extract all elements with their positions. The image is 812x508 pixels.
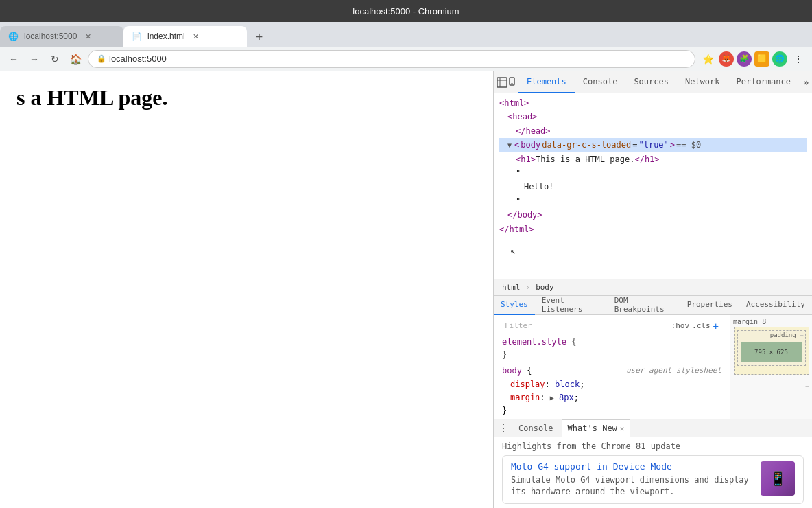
devtools-tab-network[interactable]: Network bbox=[677, 71, 728, 93]
tab-favicon-1: 🌐 bbox=[8, 32, 19, 41]
box-border: padding – 795 × 625 bbox=[737, 330, 806, 366]
cursor-area: ↖ bbox=[494, 239, 812, 273]
triangle-icon: ▼ bbox=[508, 139, 512, 151]
box-margin: border – padding – 795 × 625 bbox=[734, 327, 809, 375]
breadcrumb-bar: html › body bbox=[494, 279, 812, 295]
tree-line-body-close[interactable]: </body> bbox=[499, 208, 807, 222]
device-icon[interactable] bbox=[508, 73, 518, 92]
body-rule-block: body { user agent stylesheet display: bl… bbox=[499, 363, 724, 419]
devtools-tabs: Elements Console Sources Network Perform… bbox=[494, 71, 812, 93]
box-dash-1: – bbox=[806, 376, 809, 383]
html-tree: <html> <head> </head> ▼ <body data-gr-c-… bbox=[494, 93, 812, 239]
whats-new-close-icon[interactable]: ✕ bbox=[620, 424, 625, 433]
browser-viewport: s a HTML page. bbox=[0, 71, 493, 508]
styles-tabs: Styles Event Listeners DOM Breakpoints P… bbox=[494, 296, 812, 315]
update-title[interactable]: Moto G4 support in Device Mode bbox=[511, 461, 752, 472]
style-tab-properties[interactable]: Properties bbox=[680, 296, 739, 315]
tree-line-html-close[interactable]: </html> bbox=[499, 222, 807, 236]
elements-panel: <html> <head> </head> ▼ <body data-gr-c-… bbox=[494, 93, 812, 279]
tab-close-1[interactable]: ✕ bbox=[82, 31, 93, 42]
tree-line-h1[interactable]: <h1>This is a HTML page.</h1> bbox=[499, 152, 807, 166]
cls-button[interactable]: .cls bbox=[692, 321, 710, 330]
refresh-button[interactable]: ↻ bbox=[47, 51, 63, 67]
back-button[interactable]: ← bbox=[5, 51, 22, 67]
address-input[interactable]: 🔒 localhost:5000 bbox=[88, 50, 695, 68]
box-content: 795 × 625 bbox=[741, 342, 802, 362]
tab-index-html[interactable]: 📄 index.html ✕ bbox=[123, 26, 247, 47]
body-selector: body bbox=[502, 366, 522, 376]
highlights-text: Highlights from the Chrome 81 update bbox=[502, 441, 804, 451]
styles-left-panel: Filter :hov .cls + element.style { } bod… bbox=[494, 315, 730, 419]
update-description: Simulate Moto G4 viewport dimensions and… bbox=[511, 474, 752, 498]
update-thumbnail: 📱 bbox=[761, 461, 795, 496]
devtools-panel: Elements Console Sources Network Perform… bbox=[493, 71, 812, 508]
url-text: localhost:5000 bbox=[109, 54, 167, 64]
devtools-tab-performance[interactable]: Performance bbox=[728, 71, 799, 93]
update-card: Moto G4 support in Device Mode Simulate … bbox=[502, 455, 804, 504]
bottom-tabs: ⋮ Console What's New ✕ bbox=[494, 419, 812, 437]
toolbar-icons: ⭐ 🦊 🧩 🟨 🌐 ⋮ bbox=[700, 51, 807, 67]
tab-localhost[interactable]: 🌐 localhost:5000 ✕ bbox=[0, 26, 123, 47]
margin-header: margin 8 bbox=[733, 318, 766, 325]
styles-content: Filter :hov .cls + element.style { } bod… bbox=[494, 315, 812, 419]
tab-bar: 🌐 localhost:5000 ✕ 📄 index.html ✕ + bbox=[0, 22, 812, 47]
tree-line-quote2: " bbox=[499, 194, 807, 208]
tab-title-2: index.html bbox=[147, 32, 185, 41]
filter-label: Filter bbox=[505, 321, 532, 330]
box-model: margin 8 border – padding – 795 × 625 bbox=[730, 315, 812, 419]
tab-close-2[interactable]: ✕ bbox=[191, 31, 202, 42]
tree-line-html[interactable]: <html> bbox=[499, 96, 807, 110]
address-bar: ← → ↻ 🏠 🔒 localhost:5000 ⭐ 🦊 🧩 🟨 🌐 ⋮ bbox=[0, 47, 812, 71]
padding-label: padding – bbox=[770, 332, 804, 338]
styles-filter: Filter :hov .cls + bbox=[499, 318, 724, 334]
style-tab-accessibility[interactable]: Accessibility bbox=[739, 296, 812, 315]
display-prop: display bbox=[510, 380, 545, 389]
devtools-tab-elements[interactable]: Elements bbox=[518, 71, 575, 93]
style-tab-dom-breakpoints[interactable]: DOM Breakpoints bbox=[608, 296, 680, 315]
lock-icon: 🔒 bbox=[97, 54, 106, 63]
styles-panel: Styles Event Listeners DOM Breakpoints P… bbox=[494, 295, 812, 419]
box-dash-2: – bbox=[806, 383, 809, 390]
tree-line-quote1: " bbox=[499, 166, 807, 180]
devtools-tab-console[interactable]: Console bbox=[575, 71, 626, 93]
window-title: localhost:5000 - Chromium bbox=[353, 6, 459, 16]
new-tab-button[interactable]: + bbox=[250, 27, 269, 47]
devtools-tab-sources[interactable]: Sources bbox=[625, 71, 677, 93]
breadcrumb-body[interactable]: body bbox=[533, 279, 557, 295]
hov-button[interactable]: :hov bbox=[671, 321, 690, 330]
ext-icon-3[interactable]: 🟨 bbox=[754, 51, 769, 67]
bottom-tab-whats-new[interactable]: What's New ✕ bbox=[562, 419, 631, 437]
bottom-tab-console[interactable]: Console bbox=[513, 419, 559, 437]
forward-button[interactable]: → bbox=[26, 51, 43, 67]
box-size: 795 × 625 bbox=[754, 349, 788, 356]
ext-icon-2[interactable]: 🧩 bbox=[737, 51, 752, 67]
page-heading: s a HTML page. bbox=[16, 85, 477, 111]
tree-line-body-highlighted[interactable]: ▼ <body data-gr-c-s-loaded="true" > == $… bbox=[499, 138, 807, 152]
home-button[interactable]: 🏠 bbox=[67, 51, 84, 67]
tab-title-1: localhost:5000 bbox=[24, 32, 77, 41]
update-card-text: Moto G4 support in Device Mode Simulate … bbox=[511, 461, 752, 498]
filter-input[interactable] bbox=[535, 322, 669, 330]
ext-icon-1[interactable]: 🦊 bbox=[719, 51, 734, 67]
ext-icon-4[interactable]: 🌐 bbox=[772, 51, 787, 67]
more-tabs-icon[interactable]: » bbox=[799, 77, 812, 88]
breadcrumb-html[interactable]: html bbox=[499, 279, 523, 295]
element-style-block: element.style { } bbox=[499, 334, 724, 363]
add-rule-button[interactable]: + bbox=[713, 321, 719, 332]
title-bar: localhost:5000 - Chromium bbox=[0, 0, 812, 22]
style-tab-styles[interactable]: Styles bbox=[494, 296, 535, 315]
svg-rect-0 bbox=[497, 78, 507, 87]
bookmark-icon[interactable]: ⭐ bbox=[700, 51, 716, 67]
margin-prop: margin bbox=[510, 393, 540, 402]
tree-line-hello: Hello! bbox=[499, 180, 807, 194]
tree-line-head-close[interactable]: </head> bbox=[499, 124, 807, 138]
bottom-bar: ⋮ Console What's New ✕ Highlights from t… bbox=[494, 419, 812, 508]
tree-line-head[interactable]: <head> bbox=[499, 110, 807, 124]
inspect-icon[interactable] bbox=[497, 73, 508, 92]
main-content: s a HTML page. Elements bbox=[0, 71, 812, 508]
menu-button[interactable]: ⋮ bbox=[790, 51, 807, 67]
bottom-content: Highlights from the Chrome 81 update Mot… bbox=[494, 437, 812, 508]
bottom-menu-icon[interactable]: ⋮ bbox=[497, 422, 510, 435]
tab-favicon-2: 📄 bbox=[132, 32, 142, 41]
style-tab-event-listeners[interactable]: Event Listeners bbox=[535, 296, 608, 315]
